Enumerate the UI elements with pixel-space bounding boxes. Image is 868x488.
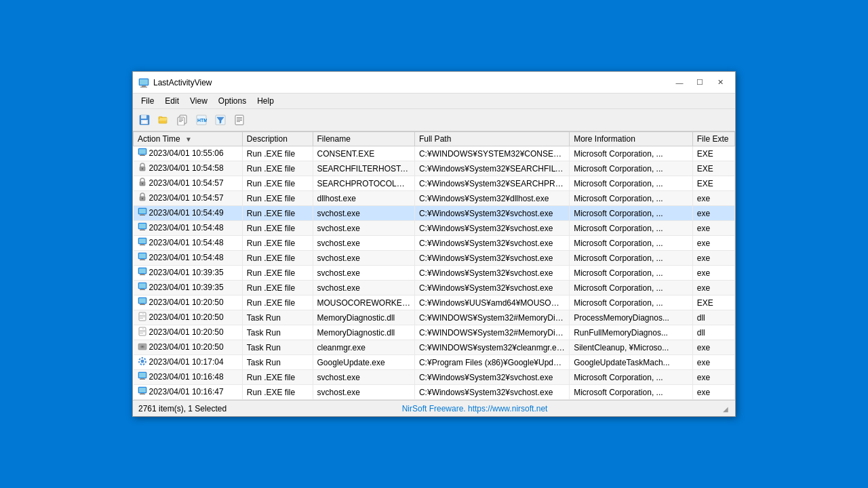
cell-description: Task Run bbox=[242, 355, 313, 370]
table-row[interactable]: 2023/04/01 10:16:48Run .EXE filesvchost.… bbox=[134, 370, 735, 385]
cell-filename: svchost.exe bbox=[313, 370, 414, 385]
svg-rect-39 bbox=[140, 229, 144, 230]
maximize-button[interactable]: ☐ bbox=[690, 76, 709, 89]
cell-description: Run .EXE file bbox=[242, 221, 313, 236]
table-row[interactable]: 2023/04/01 10:39:35Run .EXE filesvchost.… bbox=[134, 281, 735, 296]
cell-file-ext: dll bbox=[692, 310, 734, 325]
cell-full-path: C:¥Windows¥System32¥svchost.exe bbox=[414, 251, 569, 266]
table-row[interactable]: 2023/04/01 10:17:04Task RunGoogleUpdate.… bbox=[134, 355, 735, 370]
svg-rect-68 bbox=[140, 333, 143, 333]
svg-point-32 bbox=[141, 198, 142, 199]
html-toolbar-button[interactable]: HTML bbox=[193, 111, 210, 129]
menu-help[interactable]: Help bbox=[252, 95, 279, 107]
cell-file-ext: exe bbox=[692, 385, 734, 400]
filter-toolbar-button[interactable] bbox=[212, 111, 229, 129]
cell-full-path: C:¥Windows¥System32¥svchost.exe bbox=[414, 370, 569, 385]
table-row[interactable]: 2023/04/01 10:20:50Task RunMemoryDiagnos… bbox=[134, 310, 735, 325]
main-window: LastActivityView — ☐ ✕ File Edit View Op… bbox=[132, 71, 736, 417]
table-row[interactable]: 2023/04/01 10:16:47Run .EXE filesvchost.… bbox=[134, 385, 735, 400]
cell-more-info: Microsoft Corporation, ... bbox=[570, 191, 693, 206]
sort-arrow-action-time: ▼ bbox=[185, 136, 192, 143]
svg-rect-36 bbox=[140, 215, 145, 216]
cell-description: Run .EXE file bbox=[242, 176, 313, 191]
row-icon bbox=[138, 267, 147, 279]
status-count: 2761 item(s), 1 Selected bbox=[138, 404, 226, 413]
save-toolbar-button[interactable] bbox=[136, 111, 153, 129]
table-row[interactable]: 2023/04/01 10:54:58Run .EXE fileSEARCHFI… bbox=[134, 161, 735, 176]
cell-full-path: C:¥Windows¥System32¥svchost.exe bbox=[414, 221, 569, 236]
row-icon bbox=[138, 342, 147, 353]
cell-full-path: C:¥Windows¥System32¥SEARCHFILTERHOS... bbox=[414, 161, 569, 176]
copy-icon bbox=[177, 115, 188, 125]
cell-file-ext: exe bbox=[692, 191, 734, 206]
close-button[interactable]: ✕ bbox=[711, 76, 730, 89]
title-buttons: — ☐ ✕ bbox=[670, 76, 730, 89]
cell-full-path: C:¥Program Files (x86)¥Google¥Update¥Go.… bbox=[414, 355, 569, 370]
cell-file-ext: exe bbox=[692, 340, 734, 355]
row-icon bbox=[138, 192, 147, 204]
cell-action-time: 2023/04/01 10:39:35 bbox=[134, 266, 243, 281]
cell-full-path: C:¥WINDOWS¥system32¥cleanmgr.exe bbox=[414, 340, 569, 355]
table-row[interactable]: 2023/04/01 10:54:49Run .EXE filesvchost.… bbox=[134, 206, 735, 221]
svg-rect-60 bbox=[140, 304, 145, 305]
row-icon bbox=[138, 282, 147, 293]
cell-description: Run .EXE file bbox=[242, 236, 313, 251]
table-row[interactable]: 2023/04/01 10:54:48Run .EXE filesvchost.… bbox=[134, 236, 735, 251]
cell-action-time: 2023/04/01 10:20:50 bbox=[134, 296, 243, 310]
table-row[interactable]: 2023/04/01 10:20:50Task RunMemoryDiagnos… bbox=[134, 325, 735, 340]
menu-options[interactable]: Options bbox=[213, 95, 252, 107]
cell-more-info: Microsoft Corporation, ... bbox=[570, 281, 693, 296]
col-header-full-path[interactable]: Full Path bbox=[414, 132, 569, 146]
data-table: Action Time ▼ Description Filename Full … bbox=[133, 131, 735, 400]
svg-rect-80 bbox=[140, 393, 144, 394]
col-header-more-info[interactable]: More Information bbox=[570, 132, 693, 146]
menu-file[interactable]: File bbox=[136, 95, 159, 107]
table-row[interactable]: 2023/04/01 10:54:57Run .EXE fileSEARCHPR… bbox=[134, 176, 735, 191]
svg-point-71 bbox=[142, 346, 143, 348]
col-header-file-ext[interactable]: File Exte bbox=[692, 132, 734, 146]
nirsoft-link[interactable]: NirSoft Freeware. https://www.nirsoft.ne… bbox=[402, 404, 548, 413]
filter-icon bbox=[215, 115, 226, 125]
svg-rect-56 bbox=[140, 289, 145, 290]
svg-rect-40 bbox=[140, 230, 145, 230]
row-icon bbox=[138, 371, 147, 383]
cell-full-path: C:¥WINDOWS¥SYSTEM32¥CONSENT.EXE bbox=[414, 146, 569, 161]
row-icon bbox=[138, 297, 147, 308]
open-toolbar-button[interactable] bbox=[155, 111, 172, 129]
cell-full-path: C:¥Windows¥System32¥svchost.exe bbox=[414, 266, 569, 281]
svg-point-72 bbox=[140, 360, 144, 363]
col-header-description[interactable]: Description bbox=[242, 132, 313, 146]
cell-action-time: 2023/04/01 10:16:48 bbox=[134, 370, 243, 385]
table-row[interactable]: 2023/04/01 10:39:35Run .EXE filesvchost.… bbox=[134, 266, 735, 281]
cell-action-time: 2023/04/01 10:54:58 bbox=[134, 161, 243, 176]
cell-filename: dllhost.exe bbox=[313, 191, 414, 206]
cell-action-time: 2023/04/01 10:54:49 bbox=[134, 206, 243, 221]
cell-description: Run .EXE file bbox=[242, 146, 313, 161]
col-header-filename[interactable]: Filename bbox=[313, 132, 414, 146]
svg-rect-50 bbox=[139, 268, 146, 273]
svg-rect-58 bbox=[139, 298, 146, 303]
svg-rect-22 bbox=[237, 121, 240, 122]
copy-toolbar-button[interactable] bbox=[174, 111, 191, 129]
col-header-action-time[interactable]: Action Time ▼ bbox=[134, 132, 243, 146]
table-row[interactable]: 2023/04/01 10:54:48Run .EXE filesvchost.… bbox=[134, 221, 735, 236]
menu-edit[interactable]: Edit bbox=[159, 95, 184, 107]
log-icon bbox=[234, 115, 245, 125]
svg-rect-7 bbox=[142, 121, 146, 123]
cell-full-path: C:¥WINDOWS¥System32#MemoryDiagnosti... bbox=[414, 325, 569, 340]
cell-description: Task Run bbox=[242, 310, 313, 325]
minimize-button[interactable]: — bbox=[670, 76, 689, 89]
table-row[interactable]: 2023/04/01 10:55:06Run .EXE fileCONSENT.… bbox=[134, 146, 735, 161]
data-table-container[interactable]: Action Time ▼ Description Filename Full … bbox=[133, 131, 735, 400]
table-row[interactable]: 2023/04/01 10:20:50Run .EXE fileMOUSOCOR… bbox=[134, 296, 735, 310]
table-row[interactable]: 2023/04/01 10:54:48Run .EXE filesvchost.… bbox=[134, 251, 735, 266]
table-row[interactable]: 2023/04/01 10:20:50Task Runcleanmgr.exeC… bbox=[134, 340, 735, 355]
menu-view[interactable]: View bbox=[184, 95, 213, 107]
row-icon bbox=[138, 357, 147, 368]
cell-more-info: Microsoft Corporation, ... bbox=[570, 385, 693, 400]
cell-file-ext: EXE bbox=[692, 296, 734, 310]
cell-description: Run .EXE file bbox=[242, 251, 313, 266]
table-row[interactable]: 2023/04/01 10:54:57Run .EXE filedllhost.… bbox=[134, 191, 735, 206]
cell-description: Run .EXE file bbox=[242, 191, 313, 206]
log-toolbar-button[interactable] bbox=[231, 111, 248, 129]
